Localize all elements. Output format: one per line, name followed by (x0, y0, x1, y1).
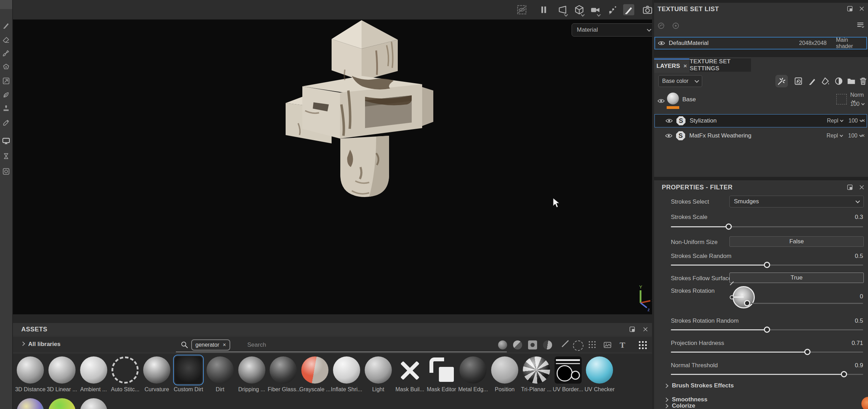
asset-item[interactable]: UV Checker (584, 356, 615, 393)
remove-layer-icon[interactable]: × (862, 117, 865, 124)
layer-opacity[interactable]: 100 (850, 101, 864, 107)
pause-icon[interactable] (538, 4, 549, 15)
asset-item[interactable]: Dripping ... (236, 356, 268, 393)
strokes-scale-random-slider[interactable] (671, 262, 863, 268)
screenshot-icon[interactable] (642, 4, 653, 15)
float-panel-icon[interactable] (629, 326, 636, 333)
eye-icon[interactable] (665, 132, 673, 140)
layer-opacity[interactable]: 100 (848, 133, 862, 139)
add-paint-layer-icon[interactable] (807, 76, 817, 86)
add-folder-icon[interactable] (846, 76, 856, 86)
asset-item[interactable]: UV Border... (552, 356, 584, 393)
slider-handle[interactable] (764, 262, 770, 268)
eye-icon[interactable] (658, 39, 665, 47)
strokes-rotation-random-slider[interactable] (671, 327, 863, 333)
projection-hardness-slider[interactable] (671, 349, 863, 355)
strokes-follow-surface-toggle[interactable]: True (729, 273, 864, 283)
asset-item[interactable]: Ambient ... (78, 356, 109, 393)
texture-set-row[interactable]: DefaultMaterial 2048x2048 Main shader (654, 37, 867, 49)
non-uniform-size-toggle[interactable]: False (729, 236, 864, 247)
asset-item[interactable]: 3D Distance (15, 356, 46, 393)
asset-item[interactable]: Fiber Glass... (268, 356, 299, 393)
remove-layer-icon[interactable]: × (861, 132, 865, 139)
tab-texture-set-settings[interactable]: TEXTURE SET SETTINGS (690, 58, 751, 72)
slider-handle[interactable] (764, 327, 770, 333)
filter-brushes-icon[interactable] (558, 340, 567, 349)
filter-smart-materials-icon[interactable] (513, 340, 522, 349)
eye-icon[interactable] (665, 117, 673, 125)
material-picker-tool-icon[interactable] (2, 118, 10, 127)
strokes-scale-value[interactable]: 0.3 (855, 214, 863, 221)
asset-item[interactable]: Mask Editor (426, 356, 457, 393)
asset-item-partial[interactable] (15, 398, 46, 409)
library-selector[interactable]: All libraries (28, 341, 61, 348)
clone-tool-icon[interactable] (2, 91, 10, 99)
close-icon[interactable] (858, 5, 865, 12)
group-brush-strokes-effects[interactable]: Brush Strokes Effects (665, 382, 734, 389)
asset-item-partial[interactable] (78, 398, 109, 409)
layer-row-base[interactable]: Base Norm 100 (654, 92, 866, 110)
slider-handle[interactable] (744, 300, 750, 306)
layer-row-matfx[interactable]: S MatFx Rust Weathering Repl 100 × (654, 129, 866, 142)
slider-handle[interactable] (804, 349, 811, 355)
particles-icon[interactable] (607, 4, 618, 15)
add-smart-mask-icon[interactable] (834, 76, 844, 86)
asset-item[interactable]: Inflate Shri... (331, 356, 362, 393)
tab-layers[interactable]: LAYERS × (654, 58, 689, 73)
asset-item[interactable]: Position (489, 356, 520, 393)
projection-hardness-value[interactable]: 0.71 (852, 340, 863, 347)
channel-dropdown[interactable]: Base color (658, 75, 702, 87)
normal-threshold-value[interactable]: 0.9 (855, 362, 863, 369)
layer-row-stylization[interactable]: S Stylization Repl 100 × (654, 114, 867, 127)
layer-opacity[interactable]: 100 (848, 118, 862, 124)
search-tag-close-icon[interactable]: × (223, 342, 226, 348)
eye-icon[interactable] (657, 97, 665, 105)
asset-search-bar[interactable]: generator × Search (176, 338, 507, 352)
filter-particles-icon[interactable] (573, 340, 583, 351)
viewport-3d[interactable]: Material Y x z (13, 19, 652, 314)
close-icon[interactable] (642, 326, 649, 333)
asset-item[interactable]: 3D Linear ... (46, 356, 78, 393)
asset-item[interactable]: Dirt (204, 356, 236, 393)
asset-item[interactable]: Light (363, 356, 394, 393)
add-fill-layer-icon[interactable] (821, 76, 830, 86)
strokes-rotation-slider[interactable] (747, 300, 863, 306)
strokes-scale-slider[interactable] (671, 223, 863, 230)
strokes-rotation-value[interactable]: 0 (860, 293, 863, 300)
viewport-shading-dropdown[interactable]: Material (572, 23, 652, 37)
filter-filters-icon[interactable] (543, 340, 552, 349)
texture-set-filter-icon[interactable] (657, 22, 665, 30)
asset-item-partial[interactable] (46, 398, 78, 409)
strokes-rotation-random-value[interactable]: 0.5 (855, 317, 863, 324)
strokes-select-dropdown[interactable]: Smudges (729, 196, 864, 207)
paint-brush-icon[interactable] (623, 4, 634, 15)
mask-placeholder[interactable] (836, 94, 847, 104)
filter-fonts-icon[interactable]: T (618, 340, 627, 349)
strokes-scale-random-value[interactable]: 0.5 (855, 253, 863, 260)
list-options-icon[interactable] (856, 21, 865, 29)
add-smart-material-icon[interactable] (793, 76, 803, 86)
chevron-down-icon[interactable] (597, 13, 601, 17)
asset-item[interactable]: Auto Stitc... (109, 356, 141, 393)
resources-icon[interactable] (2, 167, 10, 176)
filter-procedurals-icon[interactable] (588, 340, 597, 349)
filter-smart-masks-icon[interactable] (528, 340, 537, 349)
slider-handle[interactable] (726, 223, 732, 230)
group-smoothness[interactable]: Smoothness (665, 396, 707, 403)
close-icon[interactable] (858, 184, 865, 191)
texture-set-visibility-icon[interactable] (672, 22, 680, 30)
asset-item[interactable]: Custom Dirt (173, 356, 204, 393)
filter-textures-icon[interactable] (603, 340, 612, 349)
asset-item[interactable]: Metal Edg... (457, 356, 489, 393)
group-colorize[interactable]: Colorize (665, 402, 695, 409)
asset-item[interactable]: Tri-Planar ... (521, 356, 552, 393)
viewer-settings-icon[interactable] (2, 136, 10, 145)
add-effect-icon[interactable] (777, 76, 786, 86)
search-tag[interactable]: generator × (191, 339, 230, 351)
chevron-right-icon[interactable] (21, 341, 25, 346)
asset-item[interactable]: Grayscale ... (299, 356, 331, 393)
blend-mode[interactable]: Repl (827, 118, 843, 124)
projection-tool-icon[interactable] (2, 49, 10, 57)
tab-close-icon[interactable]: × (683, 63, 687, 70)
model-3d[interactable] (272, 19, 446, 313)
